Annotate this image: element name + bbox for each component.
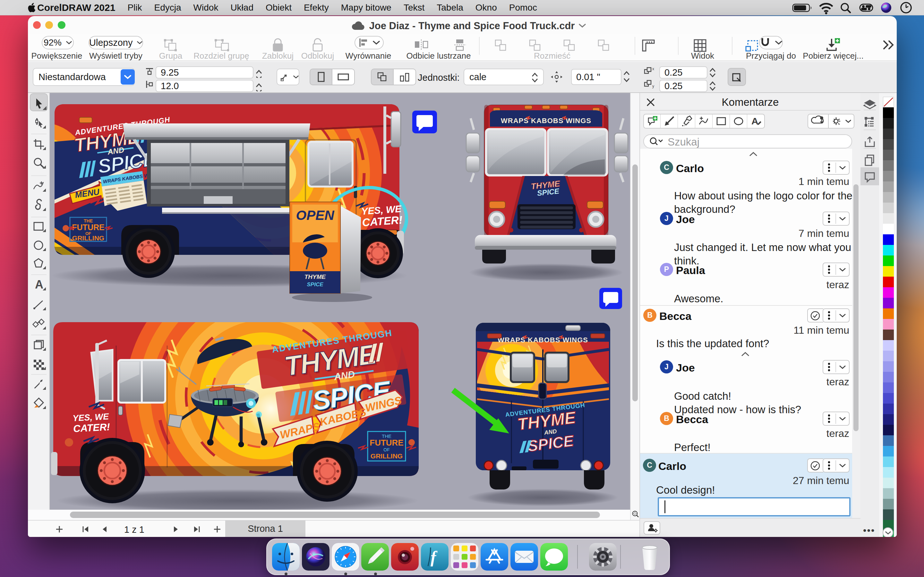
- svg-text:GRILLING: GRILLING: [72, 234, 104, 242]
- svg-text:THYME: THYME: [304, 274, 326, 280]
- svg-text:OPEN: OPEN: [296, 208, 334, 223]
- svg-text:SPICE: SPICE: [307, 282, 323, 287]
- svg-text:A: A: [35, 278, 43, 291]
- svg-text:WRAPS KABOBS WINGS: WRAPS KABOBS WINGS: [498, 336, 588, 344]
- svg-text:CATER!: CATER!: [73, 421, 110, 434]
- svg-text:WRAPS KABOBS WINGS: WRAPS KABOBS WINGS: [501, 117, 591, 125]
- svg-text:A: A: [751, 116, 758, 126]
- svg-text:GRILLING: GRILLING: [371, 452, 403, 460]
- svg-text:y: y: [652, 84, 654, 89]
- svg-text:FUTURE: FUTURE: [370, 438, 403, 448]
- svg-text:OF: OF: [383, 447, 389, 452]
- svg-text:x: x: [652, 67, 654, 71]
- svg-text:FUTURE: FUTURE: [72, 223, 104, 232]
